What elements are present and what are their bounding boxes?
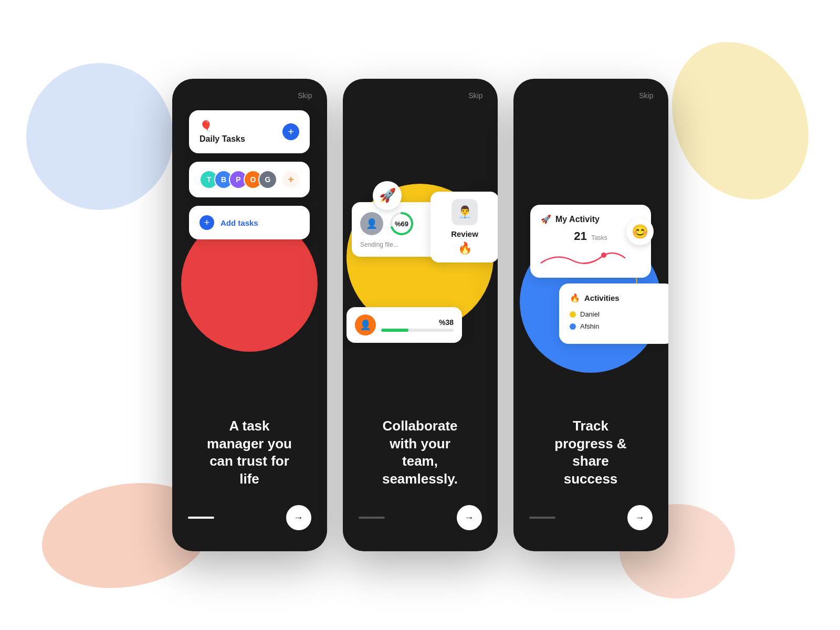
avatars-row: T B P O G [200,170,273,189]
add-daily-task-button[interactable]: + [282,123,299,140]
smiley-icon: 😊 [626,218,654,245]
daniel-dot [570,311,576,318]
daily-tasks-emoji: 🎈 [200,120,245,132]
phone3-tagline-wrapper: Track progress & share success [513,417,668,488]
phone3-bottom: → [513,505,668,551]
phone-1: Skip 🎈 Daily Tasks + T B P O G [172,79,327,551]
phone2-bottom: → [343,505,498,551]
afshin-dot [570,323,576,330]
progress38-label: %38 [381,318,454,327]
progress38-bar-bg [381,329,454,332]
phone2-next-button[interactable]: → [457,505,482,530]
daniel-row: Daniel [570,310,664,318]
phone2-tagline-wrapper: Collaborate with your team, seamlessly. [343,417,498,488]
avatar-5: G [258,170,277,189]
phone1-tagline: A task manager you can trust for life [187,417,312,488]
progress-ring: %69 [388,211,415,237]
phone1-tagline-wrapper: A task manager you can trust for life [172,417,327,488]
phone1-next-button[interactable]: → [286,505,311,530]
team-avatars-card: T B P O G + [189,162,310,197]
phone-2: Skip 🚀 👤 %69 Sending file. [343,79,498,551]
activities-title: Activities [584,293,620,302]
progress38-bar-container: %38 [381,318,454,332]
phone3-indicator [529,517,555,519]
afshin-name: Afshin [580,322,599,330]
add-tasks-card[interactable]: + Add tasks [189,206,310,239]
review-title: Review [451,229,478,238]
phone2-indicator [359,517,385,519]
phones-container: Skip 🎈 Daily Tasks + T B P O G [172,79,668,551]
sending-top: 👤 %69 [360,211,440,237]
progress38-card: 👤 %38 [346,307,462,343]
activities-card: 🔥 Activities Daniel Afshin [559,284,668,344]
phone-3: Skip 😊 🚀 My Activity 21 Tasks [513,79,668,551]
my-activity-title: My Activity [555,215,600,224]
activity-chart [541,247,640,268]
phone1-bottom: → [172,505,327,551]
fire-icon: 🔥 [458,242,472,255]
phone1-indicator [188,517,214,519]
rocket-icon: 🚀 [373,181,402,210]
activity-count: 21 [574,229,586,243]
phone2-tagline: Collaborate with your team, seamlessly. [358,417,483,488]
add-avatar-button[interactable]: + [282,171,299,188]
afshin-row: Afshin [570,322,664,330]
progress38-bar-fill [381,329,408,332]
daniel-name: Daniel [580,310,600,318]
daily-tasks-title: Daily Tasks [200,134,245,144]
activities-header: 🔥 Activities [570,293,664,303]
add-tasks-label: Add tasks [220,218,258,227]
progress38-avatar: 👤 [355,314,376,335]
daily-tasks-card: 🎈 Daily Tasks + [189,110,310,153]
phone3-tagline: Track progress & share success [528,417,654,488]
skip-button-1[interactable]: Skip [298,91,312,100]
svg-point-2 [601,253,606,258]
my-activity-header: 🚀 My Activity [541,214,640,224]
activity-count-sub: Tasks [591,234,607,242]
progress-ring-label: %69 [388,211,415,237]
skip-button-2[interactable]: Skip [468,91,482,100]
bg-shape-blue [26,63,173,210]
phone1-cards: 🎈 Daily Tasks + T B P O G + + Add ta [172,79,327,239]
sending-text: Sending file... [360,241,440,248]
phone3-next-button[interactable]: → [627,505,653,530]
activity-rocket-emoji: 🚀 [541,214,551,224]
review-avatar: 👨‍💼 [452,199,478,225]
activities-fire-emoji: 🔥 [570,293,580,303]
skip-button-3[interactable]: Skip [639,91,653,100]
review-card: 👨‍💼 Review 🔥 [430,192,498,262]
daily-tasks-info: 🎈 Daily Tasks [200,120,245,144]
add-tasks-icon: + [200,215,214,230]
bg-shape-yellow [672,42,808,200]
sender-avatar: 👤 [360,212,383,235]
